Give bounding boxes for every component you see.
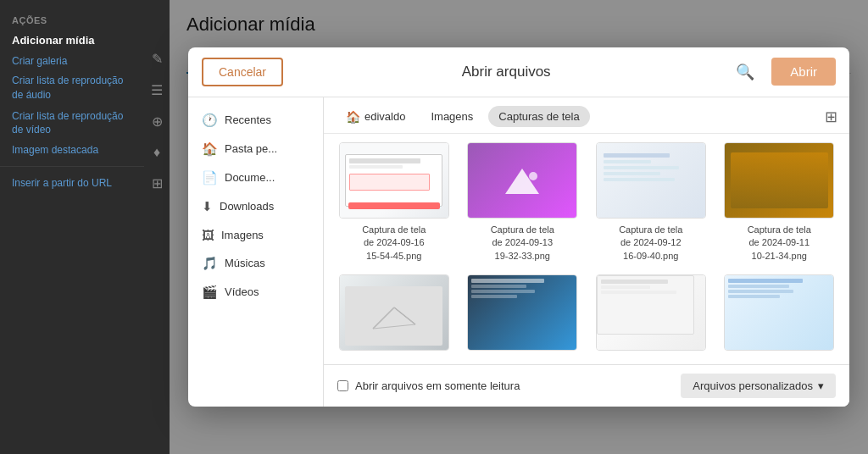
nav-pasta[interactable]: 🏠 Pasta pe... bbox=[188, 135, 323, 163]
screenshot4-preview bbox=[725, 143, 833, 218]
sidebar-link-inserir-url[interactable]: Inserir a partir do URL bbox=[0, 174, 144, 192]
thumb-img-2 bbox=[467, 142, 577, 219]
home-folder-icon: 🏠 bbox=[346, 110, 360, 124]
thumb-img-4 bbox=[724, 142, 834, 219]
svg-marker-4 bbox=[373, 307, 415, 329]
readonly-checkbox-row: Abrir arquivos em somente leitura bbox=[337, 379, 520, 392]
screenshot5-preview bbox=[340, 275, 448, 350]
thumbnails-grid: Captura de telade 2024-09-1615-54-45.png bbox=[324, 134, 849, 364]
recent-icon: 🕐 bbox=[202, 113, 218, 128]
dialog-header: Cancelar Abrir arquivos 🔍 Abrir bbox=[188, 47, 849, 97]
sidebar: Ações Adicionar mídia Criar galeria Cria… bbox=[0, 0, 144, 454]
tab-edivaldo-label: edivaldo bbox=[364, 110, 405, 123]
thumb-label-4: Captura de telade 2024-09-1110-21-34.png bbox=[748, 224, 811, 263]
nav-downloads-label: Downloads bbox=[220, 200, 274, 213]
main-wrap: Adicionar mídia Enviar arquivos Bibliote… bbox=[170, 0, 868, 454]
nav-downloads[interactable]: ⬇ Downloads bbox=[188, 192, 323, 221]
sidebar-active-item: Adicionar mídia bbox=[0, 29, 144, 52]
thumb-img-6 bbox=[467, 274, 577, 351]
thumbnail-6[interactable] bbox=[465, 274, 581, 356]
nav-documentos-label: Docume... bbox=[225, 171, 275, 184]
nav-recentes[interactable]: 🕐 Recentes bbox=[188, 106, 323, 135]
sidebar-divider bbox=[0, 166, 144, 167]
dialog-footer: Abrir arquivos em somente leitura Arquiv… bbox=[324, 364, 849, 407]
sidebar-section-label: Ações bbox=[0, 8, 144, 29]
nav-videos-label: Vídeos bbox=[225, 285, 259, 298]
file-type-label: Arquivos personalizados bbox=[693, 379, 813, 392]
thumbnail-5[interactable] bbox=[336, 274, 453, 356]
nav-imagens[interactable]: 🖼 Imagens bbox=[188, 221, 323, 249]
nav-pasta-label: Pasta pe... bbox=[225, 142, 277, 155]
thumbnail-1[interactable]: Captura de telade 2024-09-1615-54-45.png bbox=[336, 142, 453, 263]
frame-svg bbox=[369, 299, 420, 333]
thumbnail-4[interactable]: Captura de telade 2024-09-1110-21-34.png bbox=[721, 142, 838, 263]
nav-musicas-label: Músicas bbox=[225, 257, 265, 269]
thumb-img-8 bbox=[724, 274, 834, 351]
strip-icon-4[interactable]: ♦ bbox=[153, 145, 160, 160]
open-button[interactable]: Abrir bbox=[771, 58, 836, 86]
dialog-body: 🕐 Recentes 🏠 Pasta pe... 📄 Docume... ⬇ D… bbox=[188, 97, 849, 407]
thumb-label-3: Captura de telade 2024-09-1216-09-40.png bbox=[619, 224, 682, 263]
thumb-label-2: Captura de telade 2024-09-1319-32-33.png bbox=[491, 224, 554, 263]
nav-documentos[interactable]: 📄 Docume... bbox=[188, 163, 323, 192]
document-icon: 📄 bbox=[202, 170, 218, 185]
sidebar-link-criar-galeria[interactable]: Criar galeria bbox=[0, 52, 144, 70]
readonly-label[interactable]: Abrir arquivos em somente leitura bbox=[355, 379, 520, 392]
nav-recentes-label: Recentes bbox=[225, 114, 271, 126]
screenshot6-preview bbox=[468, 275, 576, 350]
nav-musicas[interactable]: 🎵 Músicas bbox=[188, 249, 323, 278]
tab-imagens-label: Imagens bbox=[431, 110, 473, 123]
thumb-img-3 bbox=[596, 142, 706, 219]
tab-edivaldo[interactable]: 🏠 edivaldo bbox=[336, 106, 415, 128]
thumbnail-2[interactable]: Captura de telade 2024-09-1319-32-33.png bbox=[465, 142, 581, 263]
video-icon: 🎬 bbox=[202, 285, 218, 300]
screenshot1-preview bbox=[340, 143, 448, 218]
strip-icon-3[interactable]: ⊕ bbox=[152, 114, 163, 130]
thumb-img-7 bbox=[596, 274, 706, 351]
readonly-checkbox[interactable] bbox=[337, 380, 348, 391]
sidebar-link-criar-lista-audio[interactable]: Criar lista de reprodução de áudio bbox=[0, 70, 144, 106]
svg-point-1 bbox=[529, 172, 537, 180]
screenshot3-preview bbox=[597, 143, 705, 218]
thumb-label-1: Captura de telade 2024-09-1615-54-45.png bbox=[362, 224, 426, 263]
strip-icon-1[interactable]: ✎ bbox=[152, 51, 163, 67]
screenshot7-preview bbox=[597, 275, 705, 350]
image-icon: 🖼 bbox=[202, 228, 214, 242]
icon-strip: ✎ ☰ ⊕ ♦ ⊞ bbox=[144, 0, 170, 454]
music-icon: 🎵 bbox=[202, 256, 218, 271]
nav-imagens-label: Imagens bbox=[221, 229, 264, 241]
dialog: Cancelar Abrir arquivos 🔍 Abrir 🕐 Recent… bbox=[188, 47, 849, 407]
grid-view-icon[interactable]: ⊞ bbox=[825, 108, 837, 126]
file-nav: 🕐 Recentes 🏠 Pasta pe... 📄 Docume... ⬇ D… bbox=[188, 97, 324, 407]
file-area-tabs: 🏠 edivaldo Imagens Capturas de tela ⊞ bbox=[324, 97, 849, 134]
home-icon: 🏠 bbox=[202, 141, 218, 157]
tab-imagens[interactable]: Imagens bbox=[420, 106, 483, 127]
thumbnail-3[interactable]: Captura de telade 2024-09-1216-09-40.png bbox=[593, 142, 709, 263]
sidebar-link-criar-lista-video[interactable]: Criar lista de reprodução de vídeo bbox=[0, 106, 144, 141]
file-type-button[interactable]: Arquivos personalizados ▾ bbox=[681, 374, 836, 398]
thumb-img-5 bbox=[339, 274, 449, 351]
mountain-svg bbox=[501, 164, 543, 197]
strip-icon-2[interactable]: ☰ bbox=[151, 82, 163, 98]
thumbnail-7[interactable] bbox=[593, 274, 709, 356]
screenshot2-preview bbox=[468, 143, 576, 218]
nav-videos[interactable]: 🎬 Vídeos bbox=[188, 278, 323, 307]
dialog-overlay: Cancelar Abrir arquivos 🔍 Abrir 🕐 Recent… bbox=[170, 0, 868, 454]
search-button[interactable]: 🔍 bbox=[729, 59, 761, 85]
file-area: 🏠 edivaldo Imagens Capturas de tela ⊞ bbox=[324, 97, 849, 407]
dialog-title: Abrir arquivos bbox=[293, 64, 719, 80]
tab-capturas-label: Capturas de tela bbox=[498, 110, 579, 123]
tab-capturas[interactable]: Capturas de tela bbox=[488, 106, 589, 127]
download-icon: ⬇ bbox=[202, 199, 213, 214]
cancel-button[interactable]: Cancelar bbox=[202, 58, 283, 86]
screenshot8-preview bbox=[725, 275, 833, 350]
thumbnail-8[interactable] bbox=[721, 274, 838, 356]
sidebar-link-imagem-destacada[interactable]: Imagem destacada bbox=[0, 141, 144, 159]
thumb-img-1 bbox=[339, 142, 449, 219]
strip-icon-5[interactable]: ⊞ bbox=[152, 175, 163, 191]
file-type-arrow: ▾ bbox=[818, 379, 824, 392]
